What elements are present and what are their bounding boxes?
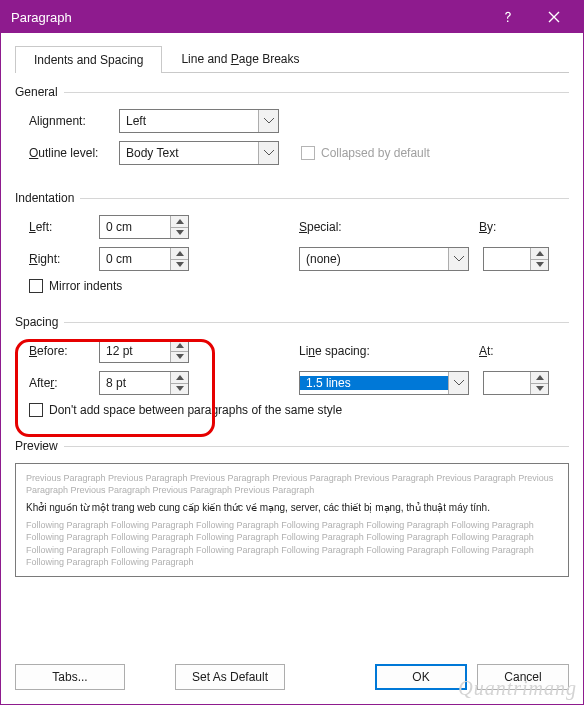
section-preview: Preview Previous Paragraph Previous Para… [15,439,569,577]
section-indentation: Indentation Left: 0 cm Special: By: Righ… [15,191,569,301]
spin-down-icon[interactable] [171,384,188,395]
client-area: Indents and Spacing Line and Page Breaks… [1,33,583,704]
spin-up-icon[interactable] [531,372,548,384]
cancel-button[interactable]: Cancel [477,664,569,690]
at-label: At: [479,344,519,358]
legend-spacing: Spacing [15,315,58,329]
preview-following-text: Following Paragraph Following Paragraph … [26,519,558,568]
checkbox-icon [29,403,43,417]
at-spinner[interactable] [483,371,549,395]
window-title: Paragraph [11,10,485,25]
set-default-button[interactable]: Set As Default [175,664,285,690]
spin-up-icon[interactable] [171,248,188,260]
legend-general: General [15,85,58,99]
section-general: General Alignment: Left Outline level: B… [15,85,569,173]
close-icon [548,11,560,23]
tab-line-page-breaks[interactable]: Line and Page Breaks [162,45,318,72]
left-spinner[interactable]: 0 cm [99,215,189,239]
by-label: By: [479,220,519,234]
outline-select[interactable]: Body Text [119,141,279,165]
collapsed-checkbox: Collapsed by default [301,146,430,160]
paragraph-dialog: Paragraph Indents and Spacing Line and P… [0,0,584,705]
titlebar: Paragraph [1,1,583,33]
left-label: Left: [29,220,99,234]
ok-button[interactable]: OK [375,664,467,690]
before-label: Before: [29,344,99,358]
tab-indents-spacing[interactable]: Indents and Spacing [15,46,162,73]
preview-box: Previous Paragraph Previous Paragraph Pr… [15,463,569,577]
chevron-down-icon [448,248,468,270]
tabs-button[interactable]: Tabs... [15,664,125,690]
checkbox-icon [301,146,315,160]
help-button[interactable] [485,1,531,33]
before-spinner[interactable]: 12 pt [99,339,189,363]
line-spacing-label: Line spacing: [299,344,389,358]
right-label: Right: [29,252,99,266]
preview-prev-text: Previous Paragraph Previous Paragraph Pr… [26,472,558,496]
legend-preview: Preview [15,439,58,453]
close-button[interactable] [531,1,577,33]
spin-up-icon[interactable] [171,340,188,352]
checkbox-icon [29,279,43,293]
spin-up-icon[interactable] [531,248,548,260]
after-spinner[interactable]: 8 pt [99,371,189,395]
by-spinner[interactable] [483,247,549,271]
dialog-buttons: Tabs... Set As Default OK Cancel [15,650,569,690]
after-label: After: [29,376,99,390]
dont-add-space-checkbox[interactable]: Don't add space between paragraphs of th… [29,403,342,417]
spin-down-icon[interactable] [171,260,188,271]
line-spacing-select[interactable]: 1.5 lines [299,371,469,395]
help-icon [501,10,515,24]
spin-down-icon[interactable] [531,260,548,271]
chevron-down-icon [448,372,468,394]
spin-up-icon[interactable] [171,216,188,228]
preview-sample-text: Khởi nguồn từ một trang web cung cấp kiế… [26,502,558,513]
spin-down-icon[interactable] [531,384,548,395]
outline-label: Outline level: [29,146,119,160]
spin-up-icon[interactable] [171,372,188,384]
spin-down-icon[interactable] [171,352,188,363]
section-spacing: Spacing Before: 12 pt Line spacing: At: … [15,315,569,425]
legend-indentation: Indentation [15,191,74,205]
chevron-down-icon [258,110,278,132]
special-select[interactable]: (none) [299,247,469,271]
tab-strip: Indents and Spacing Line and Page Breaks [15,45,569,73]
mirror-checkbox[interactable]: Mirror indents [29,279,122,293]
special-label: Special: [299,220,369,234]
right-spinner[interactable]: 0 cm [99,247,189,271]
chevron-down-icon [258,142,278,164]
alignment-label: Alignment: [29,114,119,128]
alignment-select[interactable]: Left [119,109,279,133]
spin-down-icon[interactable] [171,228,188,239]
